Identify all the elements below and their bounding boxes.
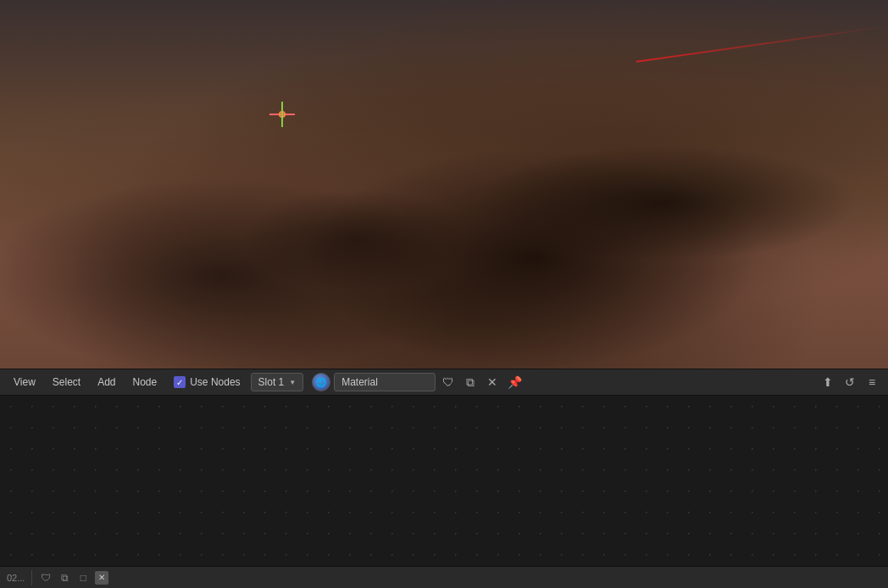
status-box-icon[interactable]: □ — [76, 571, 90, 585]
material-name-input[interactable] — [334, 373, 436, 391]
status-copy-icon[interactable]: ⧉ — [58, 571, 71, 585]
red-axis-line — [636, 25, 888, 63]
header-right-controls: ⬆ ↺ ≡ — [819, 373, 881, 391]
cursor-center — [279, 111, 286, 118]
statusbar: 02... 🛡 ⧉ □ ✕ — [0, 566, 888, 588]
slot-dropdown[interactable]: Slot 1 ▼ — [251, 373, 304, 391]
slot-label: Slot 1 — [258, 376, 285, 388]
status-close-button[interactable]: ✕ — [95, 571, 108, 585]
use-nodes-label: Use Nodes — [190, 376, 240, 388]
refresh-icon-button[interactable]: ↺ — [841, 373, 859, 391]
status-separator — [31, 570, 32, 585]
menu-select[interactable]: Select — [46, 374, 87, 391]
more-icon-button[interactable]: ≡ — [863, 373, 881, 391]
node-editor-menubar: View Select Add Node ✓ Use Nodes Slot 1 … — [0, 369, 888, 396]
slot-dropdown-arrow: ▼ — [289, 379, 296, 386]
3d-cursor — [269, 102, 295, 127]
use-nodes-checkbox[interactable]: ✓ — [174, 376, 186, 388]
3d-viewport[interactable] — [0, 0, 888, 369]
copy-icon-button[interactable]: ⧉ — [461, 373, 480, 391]
shield-icon-button[interactable]: 🛡 — [439, 373, 458, 391]
use-nodes-toggle[interactable]: ✓ Use Nodes — [174, 376, 240, 388]
upload-icon-button[interactable]: ⬆ — [819, 373, 837, 391]
menu-view[interactable]: View — [7, 374, 42, 391]
close-icon-button[interactable]: ✕ — [483, 373, 502, 391]
node-editor[interactable]: ane... › Material ▼ ▼ Material ▼ Non-Col… — [0, 396, 888, 588]
pin-icon-button[interactable]: 📌 — [505, 373, 524, 391]
status-filename: 02... — [7, 573, 25, 583]
globe-icon: 🌐 — [315, 377, 327, 388]
menu-node[interactable]: Node — [126, 374, 164, 391]
material-globe-button[interactable]: 🌐 — [312, 373, 330, 391]
status-shield-icon[interactable]: 🛡 — [39, 571, 53, 585]
menu-add[interactable]: Add — [91, 374, 122, 391]
